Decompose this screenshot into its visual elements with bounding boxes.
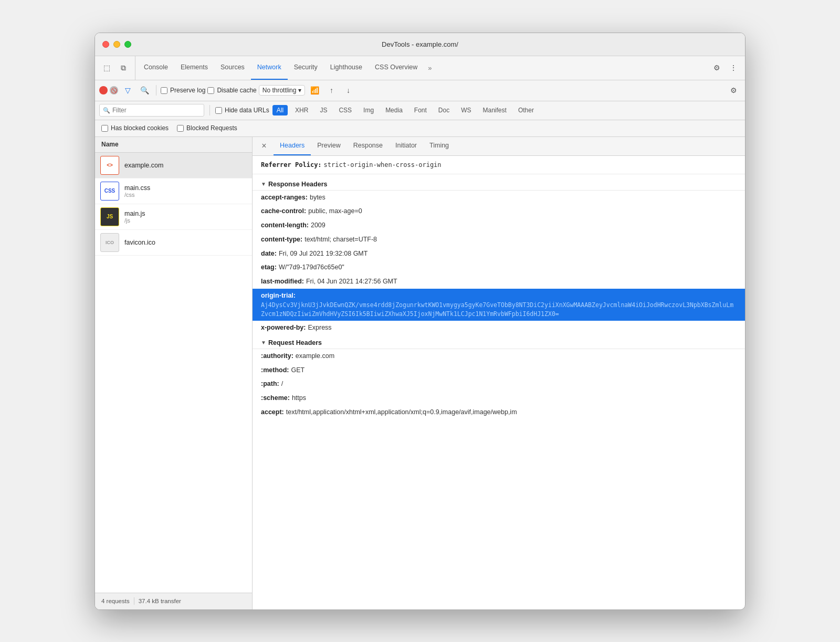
referrer-policy-key: Referrer Policy: xyxy=(261,160,322,170)
response-headers-section[interactable]: ▼ Response Headers xyxy=(253,176,745,191)
tab-network[interactable]: Network xyxy=(251,56,288,80)
header-row-cache-control: cache-control: public, max-age=0 xyxy=(253,204,745,218)
maximize-button[interactable] xyxy=(124,41,131,48)
filter-type-xhr[interactable]: XHR xyxy=(291,105,312,115)
filter-type-other[interactable]: Other xyxy=(514,105,538,115)
triangle-icon: ▼ xyxy=(261,181,266,187)
network-toolbar: 🚫 ▽ 🔍 Preserve log Disable cache No thro… xyxy=(95,80,745,101)
filter-input[interactable] xyxy=(112,107,201,114)
settings-icon[interactable]: ⚙ xyxy=(709,60,724,75)
filter-type-doc[interactable]: Doc xyxy=(434,105,454,115)
more-options-icon[interactable]: ⋮ xyxy=(726,60,741,75)
window-title: DevTools - example.com/ xyxy=(382,40,458,48)
js-file-icon: JS xyxy=(100,207,119,226)
file-path-css: /css xyxy=(124,192,150,198)
filter-type-img[interactable]: Img xyxy=(359,105,378,115)
traffic-lights xyxy=(102,41,131,48)
toolbar-separator xyxy=(156,85,156,96)
blocked-cookies-checkbox[interactable] xyxy=(101,125,108,132)
download-icon[interactable]: ↓ xyxy=(341,83,355,98)
file-list-header: Name xyxy=(95,137,252,153)
tab-response[interactable]: Response xyxy=(347,137,389,156)
filter-icon[interactable]: ▽ xyxy=(120,83,135,98)
filter-type-media[interactable]: Media xyxy=(381,105,407,115)
filter-icon-small: 🔍 xyxy=(103,107,110,114)
header-row-accept: accept: text/html,application/xhtml+xml,… xyxy=(253,405,745,419)
tab-elements[interactable]: Elements xyxy=(174,56,214,80)
preserve-log-label[interactable]: Preserve log xyxy=(161,87,205,94)
header-row-authority: :authority: example.com xyxy=(253,349,745,363)
main-tabbar: ⬚ ⧉ Console Elements Sources Network Sec… xyxy=(95,56,745,80)
header-row-accept-ranges: accept-ranges: bytes xyxy=(253,191,745,205)
filter-type-js[interactable]: JS xyxy=(316,105,331,115)
filter-input-wrap: 🔍 xyxy=(99,104,204,117)
request-headers-section[interactable]: ▼ Request Headers xyxy=(253,335,745,349)
close-button[interactable] xyxy=(102,41,109,48)
filter-type-font[interactable]: Font xyxy=(410,105,431,115)
tab-sources[interactable]: Sources xyxy=(214,56,251,80)
device-icon[interactable]: ⧉ xyxy=(116,60,131,75)
cursor-icon[interactable]: ⬚ xyxy=(99,60,114,75)
header-row-last-modified: last-modified: Fri, 04 Jun 2021 14:27:56… xyxy=(253,275,745,289)
wifi-icon[interactable]: 📶 xyxy=(307,83,322,98)
file-name-js: main.js xyxy=(124,210,145,217)
main-area: Name <> example.com CSS main.css /css JS… xyxy=(95,137,745,609)
footer-requests: 4 requests xyxy=(101,598,130,604)
record-button[interactable] xyxy=(99,86,108,94)
css-file-icon: CSS xyxy=(100,182,119,201)
disable-cache-label[interactable]: Disable cache xyxy=(207,87,256,94)
devtools-window: DevTools - example.com/ ⬚ ⧉ Console Elem… xyxy=(94,33,746,610)
preserve-log-checkbox[interactable] xyxy=(161,87,167,94)
file-name-css: main.css xyxy=(124,184,150,192)
tab-actions: ⚙ ⋮ xyxy=(709,56,741,80)
header-row-origin-trial[interactable]: origin-trial: Aj4DysCv3VjknU3jJvkDEwnQZK… xyxy=(253,289,745,321)
file-item-example[interactable]: <> example.com xyxy=(95,153,252,178)
chevron-down-icon: ▾ xyxy=(298,87,301,94)
throttle-select[interactable]: No throttling ▾ xyxy=(259,85,306,96)
network-settings-icon[interactable]: ⚙ xyxy=(726,83,741,98)
footer-sep xyxy=(134,597,134,605)
tab-headers[interactable]: Headers xyxy=(274,137,311,156)
header-row-x-powered-by: x-powered-by: Express xyxy=(253,321,745,335)
tab-preview[interactable]: Preview xyxy=(311,137,346,156)
tab-css-overview[interactable]: CSS Overview xyxy=(369,56,424,80)
file-name-ico: favicon.ico xyxy=(124,239,155,246)
tab-security[interactable]: Security xyxy=(288,56,324,80)
file-item-js[interactable]: JS main.js /js xyxy=(95,204,252,230)
tab-timing[interactable]: Timing xyxy=(423,137,455,156)
ico-file-icon: ICO xyxy=(100,233,119,252)
upload-icon[interactable]: ↑ xyxy=(324,83,339,98)
header-row-etag: etag: W/"7d9-179d76c65e0" xyxy=(253,260,745,275)
header-row-scheme: :scheme: https xyxy=(253,391,745,405)
disable-cache-checkbox[interactable] xyxy=(207,87,214,94)
header-row-content-type: content-type: text/html; charset=UTF-8 xyxy=(253,233,745,247)
filter-type-ws[interactable]: WS xyxy=(457,105,475,115)
blocked-requests-checkbox[interactable] xyxy=(177,125,184,132)
minimize-button[interactable] xyxy=(113,41,120,48)
tab-lighthouse[interactable]: Lighthouse xyxy=(324,56,369,80)
stop-button[interactable]: 🚫 xyxy=(110,86,118,94)
file-item-ico[interactable]: ICO favicon.ico xyxy=(95,230,252,256)
headers-content: Referrer Policy: strict-origin-when-cros… xyxy=(253,156,745,609)
header-row-path: :path: / xyxy=(253,377,745,391)
hide-data-urls-checkbox[interactable] xyxy=(215,107,222,114)
html-file-icon: <> xyxy=(100,156,119,175)
filter-type-all[interactable]: All xyxy=(272,105,288,115)
filter-bar: 🔍 Hide data URLs All XHR JS CSS Img Medi… xyxy=(95,101,745,120)
blocked-cookies-label[interactable]: Has blocked cookies xyxy=(101,124,169,132)
tab-console[interactable]: Console xyxy=(138,56,174,80)
tab-initiator[interactable]: Initiator xyxy=(389,137,423,156)
file-item-css[interactable]: CSS main.css /css xyxy=(95,178,252,204)
file-list-panel: Name <> example.com CSS main.css /css JS… xyxy=(95,137,253,609)
hide-data-urls-label[interactable]: Hide data URLs xyxy=(215,107,269,114)
blocked-requests-label[interactable]: Blocked Requests xyxy=(177,124,237,132)
referrer-policy-row: Referrer Policy: strict-origin-when-cros… xyxy=(253,158,745,174)
filter-type-manifest[interactable]: Manifest xyxy=(479,105,511,115)
tab-icons: ⬚ ⧉ xyxy=(99,56,135,80)
close-panel-button[interactable]: × xyxy=(257,139,271,153)
filter-type-css[interactable]: CSS xyxy=(334,105,356,115)
search-icon[interactable]: 🔍 xyxy=(137,83,152,98)
headers-panel: × Headers Preview Response Initiator Tim… xyxy=(253,137,745,609)
tab-overflow[interactable]: » xyxy=(424,56,436,80)
footer-transfer: 37.4 kB transfer xyxy=(139,598,181,604)
